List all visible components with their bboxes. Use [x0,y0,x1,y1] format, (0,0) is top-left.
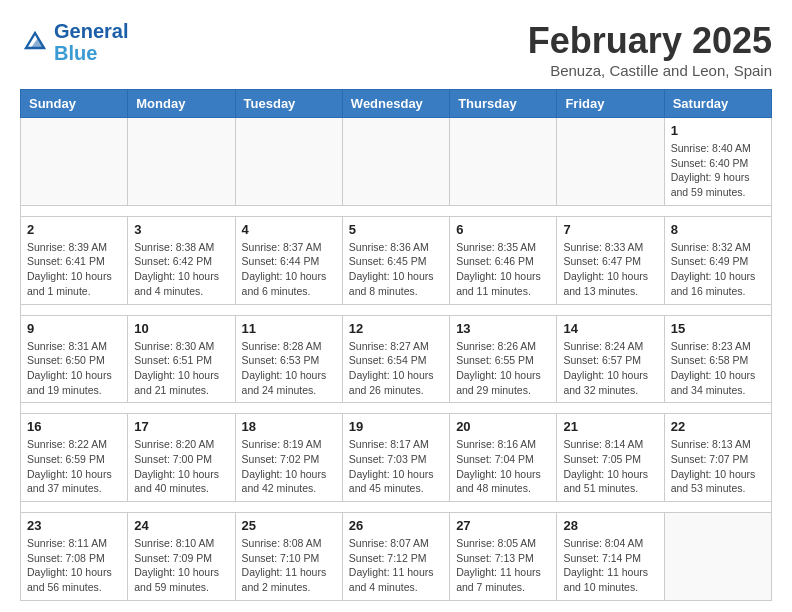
day-info: Sunrise: 8:31 AM Sunset: 6:50 PM Dayligh… [27,339,121,398]
day-number: 23 [27,518,121,533]
day-info: Sunrise: 8:07 AM Sunset: 7:12 PM Dayligh… [349,536,443,595]
calendar-cell: 6Sunrise: 8:35 AM Sunset: 6:46 PM Daylig… [450,216,557,304]
calendar-header: SundayMondayTuesdayWednesdayThursdayFrid… [21,90,772,118]
weekday-header-tuesday: Tuesday [235,90,342,118]
day-number: 12 [349,321,443,336]
calendar-week-4: 16Sunrise: 8:22 AM Sunset: 6:59 PM Dayli… [21,414,772,502]
day-info: Sunrise: 8:16 AM Sunset: 7:04 PM Dayligh… [456,437,550,496]
calendar-week-5: 23Sunrise: 8:11 AM Sunset: 7:08 PM Dayli… [21,513,772,601]
calendar-cell: 21Sunrise: 8:14 AM Sunset: 7:05 PM Dayli… [557,414,664,502]
day-number: 4 [242,222,336,237]
calendar-cell: 17Sunrise: 8:20 AM Sunset: 7:00 PM Dayli… [128,414,235,502]
day-info: Sunrise: 8:38 AM Sunset: 6:42 PM Dayligh… [134,240,228,299]
calendar-cell: 4Sunrise: 8:37 AM Sunset: 6:44 PM Daylig… [235,216,342,304]
week-spacer [21,502,772,513]
day-info: Sunrise: 8:37 AM Sunset: 6:44 PM Dayligh… [242,240,336,299]
day-number: 8 [671,222,765,237]
logo: General Blue [20,20,128,64]
page-header: General Blue February 2025 Benuza, Casti… [20,20,772,79]
day-number: 3 [134,222,228,237]
day-info: Sunrise: 8:17 AM Sunset: 7:03 PM Dayligh… [349,437,443,496]
calendar-cell [342,118,449,206]
day-number: 21 [563,419,657,434]
weekday-header-thursday: Thursday [450,90,557,118]
day-number: 15 [671,321,765,336]
day-number: 24 [134,518,228,533]
calendar-cell [664,513,771,601]
calendar-cell [21,118,128,206]
svg-marker-1 [31,38,45,48]
calendar-cell: 10Sunrise: 8:30 AM Sunset: 6:51 PM Dayli… [128,315,235,403]
week-spacer [21,205,772,216]
logo-text: General Blue [54,20,128,64]
day-info: Sunrise: 8:26 AM Sunset: 6:55 PM Dayligh… [456,339,550,398]
calendar-cell: 25Sunrise: 8:08 AM Sunset: 7:10 PM Dayli… [235,513,342,601]
day-number: 19 [349,419,443,434]
day-number: 2 [27,222,121,237]
day-number: 1 [671,123,765,138]
day-info: Sunrise: 8:08 AM Sunset: 7:10 PM Dayligh… [242,536,336,595]
calendar-cell: 19Sunrise: 8:17 AM Sunset: 7:03 PM Dayli… [342,414,449,502]
day-info: Sunrise: 8:19 AM Sunset: 7:02 PM Dayligh… [242,437,336,496]
calendar-cell [557,118,664,206]
day-number: 14 [563,321,657,336]
day-number: 28 [563,518,657,533]
day-info: Sunrise: 8:35 AM Sunset: 6:46 PM Dayligh… [456,240,550,299]
day-number: 13 [456,321,550,336]
calendar-cell: 1Sunrise: 8:40 AM Sunset: 6:40 PM Daylig… [664,118,771,206]
day-info: Sunrise: 8:24 AM Sunset: 6:57 PM Dayligh… [563,339,657,398]
day-number: 9 [27,321,121,336]
day-number: 17 [134,419,228,434]
day-info: Sunrise: 8:22 AM Sunset: 6:59 PM Dayligh… [27,437,121,496]
calendar-cell: 24Sunrise: 8:10 AM Sunset: 7:09 PM Dayli… [128,513,235,601]
weekday-header-monday: Monday [128,90,235,118]
weekday-header-friday: Friday [557,90,664,118]
day-number: 26 [349,518,443,533]
day-info: Sunrise: 8:27 AM Sunset: 6:54 PM Dayligh… [349,339,443,398]
day-info: Sunrise: 8:33 AM Sunset: 6:47 PM Dayligh… [563,240,657,299]
calendar-cell: 3Sunrise: 8:38 AM Sunset: 6:42 PM Daylig… [128,216,235,304]
day-info: Sunrise: 8:13 AM Sunset: 7:07 PM Dayligh… [671,437,765,496]
day-number: 25 [242,518,336,533]
day-number: 20 [456,419,550,434]
calendar-cell: 14Sunrise: 8:24 AM Sunset: 6:57 PM Dayli… [557,315,664,403]
day-number: 5 [349,222,443,237]
calendar-week-2: 2Sunrise: 8:39 AM Sunset: 6:41 PM Daylig… [21,216,772,304]
calendar-cell [450,118,557,206]
calendar-cell: 22Sunrise: 8:13 AM Sunset: 7:07 PM Dayli… [664,414,771,502]
day-info: Sunrise: 8:11 AM Sunset: 7:08 PM Dayligh… [27,536,121,595]
day-number: 6 [456,222,550,237]
day-info: Sunrise: 8:20 AM Sunset: 7:00 PM Dayligh… [134,437,228,496]
day-number: 22 [671,419,765,434]
calendar-cell: 26Sunrise: 8:07 AM Sunset: 7:12 PM Dayli… [342,513,449,601]
calendar-cell [235,118,342,206]
day-info: Sunrise: 8:36 AM Sunset: 6:45 PM Dayligh… [349,240,443,299]
day-info: Sunrise: 8:28 AM Sunset: 6:53 PM Dayligh… [242,339,336,398]
week-spacer [21,304,772,315]
calendar-cell [128,118,235,206]
calendar-cell: 13Sunrise: 8:26 AM Sunset: 6:55 PM Dayli… [450,315,557,403]
calendar-body: 1Sunrise: 8:40 AM Sunset: 6:40 PM Daylig… [21,118,772,601]
calendar-cell: 11Sunrise: 8:28 AM Sunset: 6:53 PM Dayli… [235,315,342,403]
day-info: Sunrise: 8:32 AM Sunset: 6:49 PM Dayligh… [671,240,765,299]
week-spacer [21,403,772,414]
month-title: February 2025 [528,20,772,62]
day-info: Sunrise: 8:04 AM Sunset: 7:14 PM Dayligh… [563,536,657,595]
title-block: February 2025 Benuza, Castille and Leon,… [528,20,772,79]
day-info: Sunrise: 8:10 AM Sunset: 7:09 PM Dayligh… [134,536,228,595]
day-number: 16 [27,419,121,434]
day-number: 7 [563,222,657,237]
day-number: 18 [242,419,336,434]
calendar-cell: 16Sunrise: 8:22 AM Sunset: 6:59 PM Dayli… [21,414,128,502]
calendar-cell: 5Sunrise: 8:36 AM Sunset: 6:45 PM Daylig… [342,216,449,304]
calendar-cell: 8Sunrise: 8:32 AM Sunset: 6:49 PM Daylig… [664,216,771,304]
weekday-header-wednesday: Wednesday [342,90,449,118]
calendar-cell: 20Sunrise: 8:16 AM Sunset: 7:04 PM Dayli… [450,414,557,502]
day-info: Sunrise: 8:23 AM Sunset: 6:58 PM Dayligh… [671,339,765,398]
day-info: Sunrise: 8:30 AM Sunset: 6:51 PM Dayligh… [134,339,228,398]
day-number: 10 [134,321,228,336]
calendar-cell: 2Sunrise: 8:39 AM Sunset: 6:41 PM Daylig… [21,216,128,304]
weekday-header-saturday: Saturday [664,90,771,118]
day-info: Sunrise: 8:39 AM Sunset: 6:41 PM Dayligh… [27,240,121,299]
calendar-cell: 28Sunrise: 8:04 AM Sunset: 7:14 PM Dayli… [557,513,664,601]
